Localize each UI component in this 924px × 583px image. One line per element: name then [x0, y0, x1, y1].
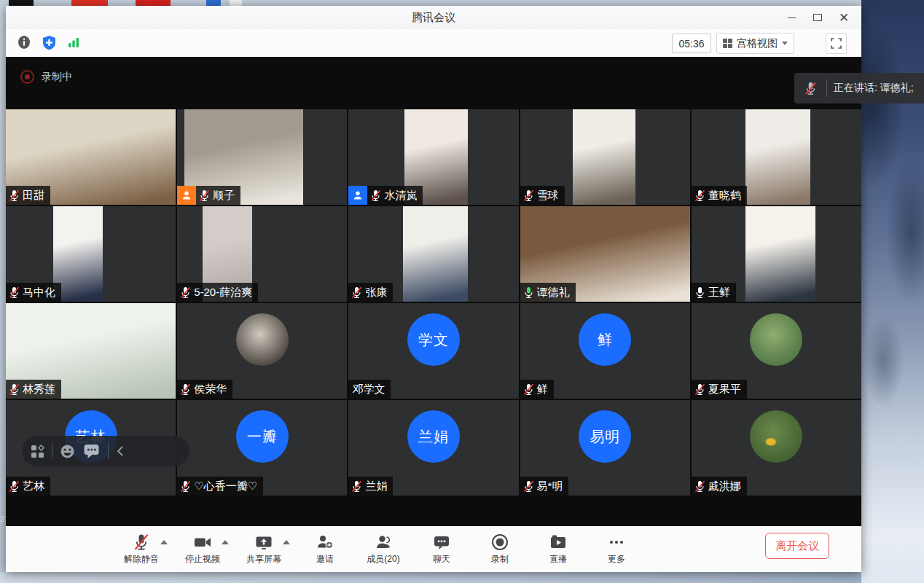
chevron-left-icon[interactable]	[116, 445, 125, 457]
participant-tile[interactable]: 鲜 鲜	[520, 303, 690, 399]
participant-name: 兰娟	[365, 480, 387, 493]
mic-status-icon	[180, 383, 191, 396]
participant-tile[interactable]: 易明 易*明	[520, 400, 690, 496]
leave-meeting-button[interactable]: 离开会议	[765, 533, 829, 559]
mic-status-icon	[9, 286, 20, 299]
mic-status-icon	[523, 383, 534, 396]
participant-tile[interactable]: 王鲜	[692, 206, 861, 302]
footer-button-live[interactable]: 直播	[535, 533, 582, 566]
record-icon	[490, 533, 509, 552]
footer-button-record[interactable]: 录制	[477, 533, 523, 566]
maximize-button[interactable]	[804, 6, 831, 29]
footer-button-label: 邀请	[316, 553, 334, 566]
participant-name: 5-20-薛治爽	[194, 286, 252, 300]
participant-name-label: 鲜	[520, 380, 554, 399]
mic-status-icon	[523, 286, 534, 299]
grid-view-icon	[723, 39, 733, 49]
participant-name: 谭德礼	[537, 286, 570, 300]
participant-tile[interactable]: 戚洪娜	[692, 400, 861, 496]
participant-tile[interactable]: 田甜	[6, 109, 176, 205]
close-button[interactable]: ✕	[831, 6, 857, 29]
participant-video	[745, 109, 810, 205]
footer-button-invite[interactable]: 邀请	[302, 533, 348, 566]
mic-status-icon	[694, 189, 705, 202]
apps-icon[interactable]	[31, 445, 44, 458]
footer-button-camera[interactable]: 停止视频	[179, 533, 226, 566]
participant-tile[interactable]: 侯荣华	[177, 303, 347, 399]
participant-tile[interactable]: 夏果平	[692, 303, 861, 399]
shield-icon[interactable]	[41, 34, 57, 50]
participant-name: 侯荣华	[194, 383, 227, 396]
network-signal-icon[interactable]	[66, 34, 82, 50]
participant-tile[interactable]: 谭德礼	[520, 206, 690, 302]
participant-name-label: 张康	[348, 283, 393, 302]
footer-button-more[interactable]: 更多	[593, 533, 640, 566]
footer-button-chat[interactable]: 聊天	[418, 533, 465, 566]
chevron-up-icon[interactable]	[222, 540, 229, 544]
mic-status-icon	[199, 189, 210, 202]
footer-button-share-screen[interactable]: 共享屏幕	[240, 533, 287, 566]
chevron-down-icon	[782, 42, 788, 45]
participant-tile[interactable]: 林秀莲	[6, 303, 176, 399]
footer-button-label: 解除静音	[124, 553, 159, 566]
participant-name-label: 马中化	[6, 283, 61, 302]
participant-tile[interactable]: 马中化	[6, 206, 176, 302]
participant-name: 艺林	[23, 480, 44, 493]
mic-muted-icon	[794, 82, 826, 95]
participant-name-label: 谭德礼	[520, 283, 576, 302]
participant-name-label: 兰娟	[348, 477, 393, 496]
role-badge-icon	[177, 186, 196, 205]
participant-avatar: 兰娟	[407, 410, 460, 463]
share-screen-icon	[254, 533, 273, 552]
more-icon	[607, 533, 626, 552]
view-mode-dropdown[interactable]: 宫格视图	[716, 33, 795, 54]
participant-tile[interactable]: 兰娟 兰娟	[348, 400, 518, 496]
participant-tile[interactable]: 水清岚	[348, 109, 518, 205]
footer-button-mic-muted[interactable]: 解除静音	[118, 533, 165, 566]
footer-button-members[interactable]: 成员(20)	[360, 533, 407, 566]
smiley-icon[interactable]	[60, 444, 75, 459]
participant-name: 邓学文	[352, 383, 385, 396]
participant-name-label: 侯荣华	[177, 380, 232, 399]
meeting-header-bar: 05:36 宫格视图	[6, 29, 861, 58]
invite-icon	[316, 533, 334, 552]
participant-name: 夏果平	[708, 383, 741, 396]
participant-name-label: 夏果平	[692, 380, 747, 399]
info-icon[interactable]	[16, 34, 32, 50]
footer-button-label: 成员(20)	[367, 553, 399, 566]
participant-tile[interactable]: 顺子	[177, 109, 347, 205]
divider	[108, 443, 109, 459]
live-icon	[549, 533, 568, 552]
participant-tile[interactable]: 5-20-薛治爽	[177, 206, 347, 302]
participant-name-label: 林秀莲	[6, 380, 61, 399]
mic-status-icon	[9, 480, 20, 493]
participant-tile[interactable]: 一瓣 ♡心香一瓣♡	[177, 400, 347, 496]
participant-tile[interactable]: 雪球	[520, 109, 690, 205]
participant-name: 林秀莲	[23, 383, 55, 396]
participant-name: 马中化	[23, 286, 55, 300]
meeting-footer-bar: 解除静音 停止视频 共享屏幕 邀请 成员(20) 聊天	[6, 526, 861, 572]
view-mode-label: 宫格视图	[737, 37, 778, 50]
participant-tile[interactable]: 董晓鹤	[692, 109, 861, 205]
participant-name-label: 田甜	[6, 186, 50, 205]
chat-bubble-icon[interactable]	[82, 442, 101, 460]
participant-name-label: 5-20-薛治爽	[177, 283, 258, 302]
recording-indicator: 录制中	[20, 70, 72, 84]
desktop-wallpaper-top	[0, 0, 861, 6]
participant-name: 易*明	[537, 480, 563, 493]
participant-name-label: 易*明	[520, 477, 569, 496]
fullscreen-button[interactable]	[826, 33, 847, 54]
participant-tile[interactable]: 张康	[348, 206, 518, 302]
footer-button-label: 共享屏幕	[246, 553, 281, 566]
participant-avatar	[750, 410, 802, 463]
meeting-timer: 05:36	[672, 34, 711, 53]
participant-name-label: ♡心香一瓣♡	[177, 477, 263, 496]
participant-avatar	[750, 313, 802, 366]
footer-button-label: 聊天	[433, 553, 450, 566]
chevron-up-icon[interactable]	[160, 540, 168, 544]
participant-tile[interactable]: 学文 邓学文	[348, 303, 518, 399]
participant-name-label: 戚洪娜	[692, 477, 747, 496]
chevron-up-icon[interactable]	[283, 540, 290, 544]
minimize-button[interactable]	[778, 6, 804, 29]
mic-status-icon	[694, 383, 705, 396]
